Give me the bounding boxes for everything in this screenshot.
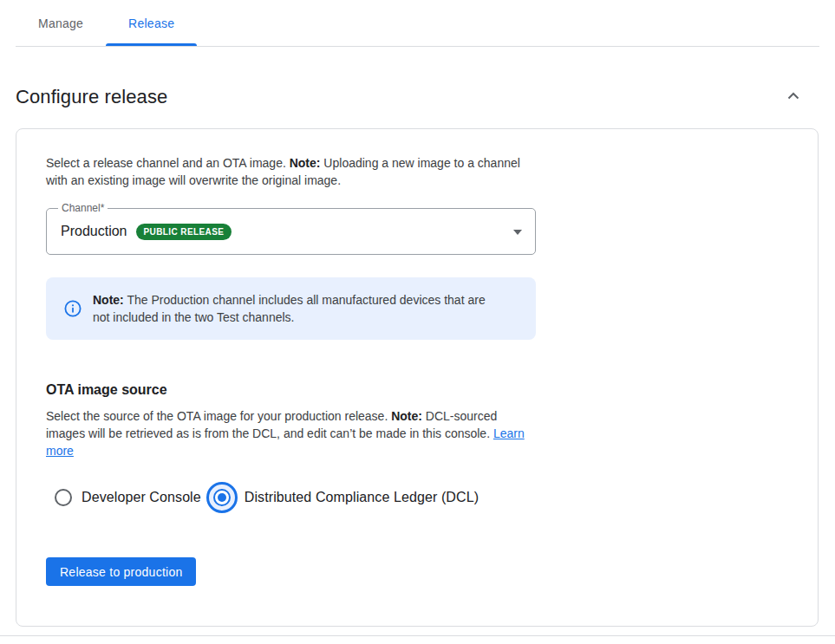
chevron-up-icon [783,86,804,109]
radio-selected-focus-ring [206,482,238,513]
ota-source-heading: OTA image source [46,381,788,399]
ota-source-description: Select the source of the OTA image for y… [46,407,538,459]
collapse-section-button[interactable] [783,87,804,107]
release-card: Select a release channel and an OTA imag… [16,128,819,627]
caret-down-icon [513,230,522,235]
page-title: Configure release [16,85,167,109]
radio-developer-console[interactable]: Developer Console [46,489,201,506]
release-to-production-button[interactable]: Release to production [46,557,196,586]
section-header: Configure release [16,85,804,109]
public-release-badge: PUBLIC RELEASE [136,224,232,240]
intro-text: Select a release channel and an OTA imag… [46,154,538,189]
radio-unselected-icon [55,489,72,506]
channel-selected-value: Production [61,224,127,239]
tab-bar: Manage Release [16,0,819,47]
info-icon [64,300,82,317]
tab-release[interactable]: Release [106,0,197,46]
channel-select[interactable]: Channel* Production PUBLIC RELEASE [46,208,536,255]
active-tab-indicator [106,43,197,46]
tab-manage[interactable]: Manage [16,0,106,46]
channel-select-label: Channel* [58,202,108,214]
radio-dcl[interactable]: Distributed Compliance Ledger (DCL) [201,482,479,513]
ota-source-radio-group: Developer Console Distributed Compliance… [46,480,788,515]
bottom-divider [0,635,835,636]
tab-release-label: Release [128,16,174,30]
radio-dcl-label: Distributed Compliance Ledger (DCL) [245,490,479,505]
radio-developer-console-label: Developer Console [82,490,201,505]
note-text: Note: The Production channel includes al… [93,291,500,326]
radio-selected-icon [213,489,231,506]
note-box: Note: The Production channel includes al… [46,277,536,340]
radio-selected-dot [218,493,226,502]
tab-manage-label: Manage [38,16,83,30]
